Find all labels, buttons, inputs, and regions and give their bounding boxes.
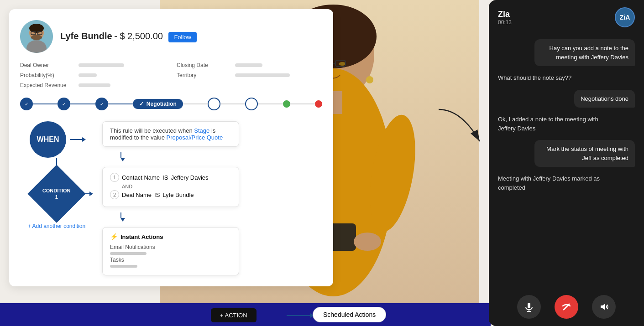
- rule-box: This rule will be executed when Stage is…: [102, 121, 239, 147]
- add-condition-link[interactable]: + Add another condition: [28, 223, 85, 229]
- cond2-field: Deal Name: [122, 191, 152, 198]
- cond2-value: Lyfe Bundle: [162, 191, 194, 198]
- zia-timer: 00:13: [498, 19, 512, 26]
- deal-separator: -: [114, 31, 120, 41]
- deal-owner-value: [79, 63, 124, 67]
- curve-arrow: [434, 105, 489, 152]
- cond-row-1: 1 Contact Name IS Jeffery Davies: [110, 173, 231, 182]
- lightning-icon: ⚡: [110, 233, 118, 240]
- zia-controls: [489, 288, 644, 326]
- and-text: AND: [122, 184, 231, 189]
- svg-point-21: [31, 35, 42, 40]
- deal-fields: Deal Owner Closing Date Probability(%) T…: [20, 62, 322, 88]
- zia-avatar-text: ZiA: [620, 14, 630, 21]
- line-6: [258, 103, 283, 104]
- expected-revenue-row: Expected Revenue: [20, 82, 166, 88]
- pipeline-stages: ✓ ✓ ✓ ✓ Negotiation: [20, 98, 322, 110]
- probability-label: Probability(%): [20, 72, 75, 78]
- cond1-field: Contact Name: [122, 174, 160, 181]
- rule-stage: Stage: [194, 127, 209, 134]
- line-3: [108, 103, 133, 104]
- scheduled-actions-button[interactable]: Scheduled Actions: [313, 307, 386, 322]
- line-2: [70, 103, 95, 104]
- mic-button[interactable]: [517, 295, 541, 319]
- add-action-button[interactable]: + ACTION: [211, 308, 257, 322]
- deal-owner-label: Deal Owner: [20, 62, 75, 68]
- when-row: WHEN: [30, 121, 84, 158]
- closing-date-value: [235, 63, 262, 67]
- workflow-area: WHEN CONDITION1 +: [20, 121, 322, 275]
- rule-text: This rule will be executed when: [110, 127, 194, 134]
- when-arrow-h: [70, 139, 84, 140]
- msg-4: Ok, I added a note to the meeting with J…: [498, 115, 617, 133]
- zia-avatar: ZiA: [615, 7, 635, 27]
- territory-value: [235, 73, 290, 77]
- workflow-shapes: WHEN CONDITION1 +: [20, 121, 93, 275]
- condition-wrapper: CONDITION1: [36, 173, 77, 214]
- zia-info: Zia 00:13: [498, 10, 512, 26]
- zia-messages: Hay can you add a note to the meeting wi…: [489, 35, 644, 288]
- end-call-icon: [561, 301, 572, 312]
- closing-date-row: Closing Date: [177, 62, 322, 68]
- stage-2: ✓: [58, 98, 70, 110]
- stage-red: [315, 100, 322, 108]
- msg-1: Hay can you add a note to the meeting wi…: [534, 39, 635, 66]
- tasks-bar: [110, 265, 137, 268]
- email-notifications: Email Notifications: [110, 244, 231, 255]
- probability-value: [79, 73, 97, 77]
- add-condition-area[interactable]: + Add another condition: [28, 222, 85, 230]
- cond-row-2: 2 Deal Name IS Lyfe Bundle: [110, 190, 231, 199]
- negotiation-label: Negotiation: [147, 101, 177, 107]
- msg-4-text: Ok, I added a note to the meeting with J…: [498, 116, 598, 132]
- cond2-op: IS: [154, 191, 160, 198]
- when-box: WHEN: [30, 121, 66, 158]
- condition-arrow-h: [81, 193, 91, 194]
- speaker-button[interactable]: [592, 295, 616, 319]
- msg-6: Meeting with Jeffery Davies marked as co…: [498, 174, 617, 192]
- deal-title-area: Lyfe Bundle - $ 2,500.00 Follow: [60, 31, 197, 42]
- flow-connector: [287, 315, 312, 316]
- line-7: [290, 103, 315, 104]
- cond1-op: IS: [162, 174, 168, 181]
- instant-actions-label: Instant Actions: [120, 233, 163, 240]
- msg-3: Negotiations done: [574, 90, 635, 108]
- probability-row: Probability(%): [20, 72, 166, 78]
- line-1: [33, 103, 58, 104]
- end-call-button[interactable]: [555, 295, 578, 319]
- svg-point-11: [339, 62, 346, 66]
- stage-3: ✓: [95, 98, 108, 110]
- closing-date-label: Closing Date: [177, 62, 231, 68]
- deal-header: Lyfe Bundle - $ 2,500.00 Follow: [20, 20, 322, 53]
- msg-2-text: What should the note say??: [498, 74, 571, 81]
- zia-name: Zia: [498, 10, 512, 19]
- mic-icon: [524, 302, 534, 312]
- msg-2: What should the note say??: [498, 73, 571, 83]
- follow-button[interactable]: Follow: [168, 32, 197, 42]
- email-bar: [110, 252, 147, 255]
- territory-label: Territory: [177, 72, 231, 78]
- crm-card: Lyfe Bundle - $ 2,500.00 Follow Deal Own…: [9, 9, 333, 286]
- stage-5: [208, 98, 220, 110]
- expected-revenue-label: Expected Revenue: [20, 82, 75, 88]
- svg-marker-29: [601, 304, 605, 310]
- stage-1: ✓: [20, 98, 33, 110]
- svg-point-9: [354, 233, 381, 251]
- territory-row: Territory: [177, 72, 322, 78]
- stage-green: [283, 100, 290, 108]
- line-5: [220, 103, 245, 104]
- expected-revenue-value: [79, 83, 110, 87]
- svg-point-16: [366, 76, 373, 83]
- when-label: WHEN: [37, 135, 59, 144]
- msg-6-text: Meeting with Jeffery Davies marked as co…: [498, 175, 600, 191]
- condition-box: 1 Contact Name IS Jeffery Davies AND 2 D…: [102, 167, 239, 207]
- tasks-item: Tasks: [110, 257, 231, 268]
- svg-rect-26: [528, 303, 530, 308]
- workflow-boxes: This rule will be executed when Stage is…: [93, 121, 322, 275]
- tasks-label: Tasks: [110, 257, 124, 263]
- msg-5-text: Mark the status of meeting with Jeff as …: [546, 145, 628, 161]
- zia-header: Zia 00:13 ZiA: [489, 0, 644, 35]
- deal-name: Lyfe Bundle: [60, 31, 112, 41]
- cond-num-2: 2: [110, 190, 119, 199]
- msg-1-text: Hay can you add a note to the meeting wi…: [550, 45, 628, 61]
- cond-num-1: 1: [110, 173, 119, 182]
